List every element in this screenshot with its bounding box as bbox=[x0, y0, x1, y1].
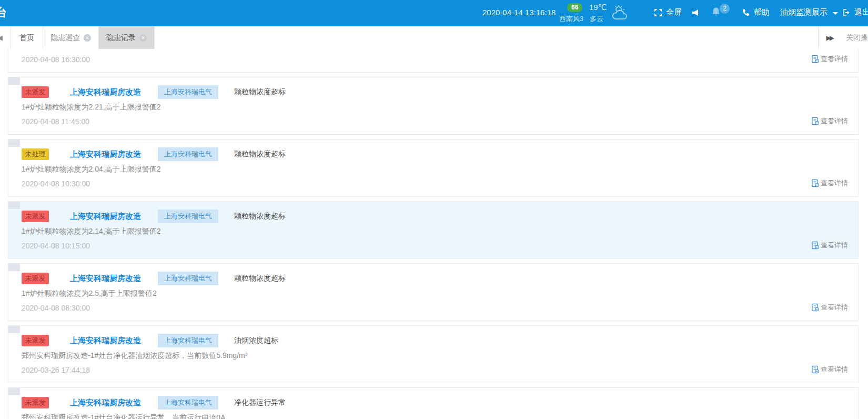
record-timestamp: 2020-04-08 10:30:00 bbox=[22, 179, 90, 188]
view-details-label: 查看详情 bbox=[821, 178, 848, 188]
view-details-label: 查看详情 bbox=[821, 54, 848, 64]
speaker-mute-button[interactable] bbox=[692, 8, 699, 19]
view-details-label: 查看详情 bbox=[821, 365, 848, 374]
alarm-type-label: 油烟浓度超标 bbox=[234, 336, 278, 345]
record-description: 郑州安科瑞厨房改造-1#灶台净化器运行异常，当前运行电流0A bbox=[22, 413, 225, 419]
logout-icon bbox=[842, 8, 851, 17]
view-details-label: 查看详情 bbox=[821, 241, 848, 250]
record-header-row: 未派发 上海安科瑞厨房改造 上海安科瑞电气 颗粒物浓度超标 bbox=[22, 210, 286, 223]
tab-label: 隐患记录 bbox=[106, 33, 136, 43]
record-card: 未派发 上海安科瑞厨房改造 上海安科瑞电气 油烟浓度超标 郑州安科瑞厨房改造-1… bbox=[8, 325, 859, 383]
details-icon bbox=[811, 241, 820, 250]
card-corner-decoration bbox=[8, 264, 20, 271]
card-corner-decoration bbox=[8, 139, 20, 147]
tab-label: 首页 bbox=[19, 33, 34, 43]
record-header-row: 未处理 上海安科瑞厨房改造 上海安科瑞电气 颗粒物浓度超标 bbox=[22, 147, 286, 161]
company-badge: 上海安科瑞电气 bbox=[158, 147, 218, 161]
status-badge: 未派发 bbox=[22, 273, 49, 284]
wind-label: 西南风3 bbox=[559, 14, 583, 24]
site-link[interactable]: 上海安科瑞厨房改造 bbox=[70, 87, 141, 97]
view-details-button[interactable]: 查看详情 bbox=[811, 241, 848, 250]
tab-item-2[interactable]: 隐患记录 ✕ bbox=[99, 26, 155, 49]
card-corner-decoration bbox=[8, 326, 20, 333]
status-badge: 未派发 bbox=[22, 397, 49, 408]
record-description: 1#炉灶颗粒物浓度为2.5,高于上限报警值2 bbox=[22, 289, 157, 298]
view-details-button[interactable]: 查看详情 bbox=[811, 54, 848, 64]
fullscreen-button[interactable]: 全屏 bbox=[654, 7, 682, 17]
card-corner-decoration bbox=[8, 77, 20, 85]
alarm-type-label: 颗粒物浓度超标 bbox=[234, 87, 286, 97]
view-details-button[interactable]: 查看详情 bbox=[811, 178, 848, 188]
details-icon bbox=[811, 365, 820, 374]
app-header: 台 2020-04-14 13:16:18 66 西南风3 19℃ 多云 全屏 … bbox=[0, 0, 868, 26]
company-badge: 上海安科瑞电气 bbox=[158, 210, 218, 223]
company-badge: 上海安科瑞电气 bbox=[158, 85, 218, 99]
close-operations-button[interactable]: 关闭操 bbox=[846, 33, 868, 43]
aqi-badge: 66 bbox=[567, 3, 582, 12]
tab-close-icon[interactable]: ✕ bbox=[84, 34, 91, 42]
details-icon bbox=[811, 117, 820, 125]
record-timestamp: 2020-04-08 10:15:00 bbox=[22, 242, 90, 250]
record-card: 未派发 上海安科瑞厨房改造 上海安科瑞电气 净化器运行异常 郑州安科瑞厨房改造-… bbox=[8, 387, 859, 419]
fullscreen-label: 全屏 bbox=[666, 7, 682, 17]
tab-scroll-left-icon[interactable]: ◀ bbox=[0, 34, 4, 42]
record-description: 1#炉灶颗粒物浓度为2.14,高于上限报警值2 bbox=[22, 227, 161, 236]
notification-count-badge: 2 bbox=[720, 4, 730, 14]
view-details-button[interactable]: 查看详情 bbox=[811, 303, 848, 312]
datetime-display: 2020-04-14 13:16:18 bbox=[482, 8, 556, 17]
record-description: 郑州安科瑞厨房改造-1#灶台净化器油烟浓度超标，当前数值5.9mg/m³ bbox=[22, 351, 247, 361]
hazard-record-list: 2020-04-08 16:30:00 查看详情 未派发 上海安科瑞厨房改造 上… bbox=[0, 49, 868, 419]
site-link[interactable]: 上海安科瑞厨房改造 bbox=[70, 212, 141, 222]
details-icon bbox=[811, 303, 820, 312]
status-badge: 未处理 bbox=[22, 148, 49, 160]
tab-label: 隐患巡查 bbox=[51, 33, 80, 43]
company-badge: 上海安科瑞电气 bbox=[158, 334, 218, 347]
record-timestamp: 2020-03-26 17:44:18 bbox=[22, 366, 90, 374]
record-header-row: 未派发 上海安科瑞厨房改造 上海安科瑞电气 颗粒物浓度超标 bbox=[22, 85, 286, 99]
record-header-row: 未派发 上海安科瑞厨房改造 上海安科瑞电气 净化器运行异常 bbox=[22, 396, 286, 410]
card-corner-decoration bbox=[8, 388, 20, 395]
help-label: 帮助 bbox=[754, 7, 770, 17]
view-details-button[interactable]: 查看详情 bbox=[811, 116, 848, 126]
record-card: 未派发 上海安科瑞厨房改造 上海安科瑞电气 颗粒物浓度超标 1#炉灶颗粒物浓度为… bbox=[8, 201, 859, 259]
site-link[interactable]: 上海安科瑞厨房改造 bbox=[70, 274, 141, 284]
tab-close-icon[interactable]: ✕ bbox=[139, 34, 147, 42]
view-details-label: 查看详情 bbox=[821, 116, 848, 126]
alarm-type-label: 净化器运行异常 bbox=[234, 398, 286, 407]
display-menu-label: 油烟监测展示 bbox=[780, 7, 827, 17]
tab-item-1[interactable]: 隐患巡查 ✕ bbox=[43, 26, 99, 49]
record-description: 1#炉灶颗粒物浓度为2.21,高于上限报警值2 bbox=[22, 103, 161, 112]
help-button[interactable]: 帮助 bbox=[742, 7, 770, 17]
status-badge: 未派发 bbox=[22, 211, 49, 222]
tab-item-0[interactable]: 首页 bbox=[11, 26, 43, 49]
site-link[interactable]: 上海安科瑞厨房改造 bbox=[70, 336, 141, 346]
notifications-button[interactable]: 2 bbox=[711, 6, 721, 19]
weather-condition-label: 多云 bbox=[590, 14, 603, 24]
card-corner-decoration bbox=[8, 202, 20, 209]
site-link[interactable]: 上海安科瑞厨房改造 bbox=[70, 149, 141, 159]
record-card: 2020-04-08 16:30:00 查看详情 bbox=[8, 49, 859, 73]
view-details-button[interactable]: 查看详情 bbox=[811, 365, 848, 374]
tab-scroll-right-icon[interactable]: ▶▶ bbox=[826, 34, 834, 42]
record-timestamp: 2020-04-08 16:30:00 bbox=[22, 55, 90, 64]
weather-icon bbox=[610, 3, 630, 24]
details-icon bbox=[811, 55, 820, 63]
company-badge: 上海安科瑞电气 bbox=[158, 396, 218, 410]
record-timestamp: 2020-04-08 08:30:00 bbox=[22, 304, 90, 312]
alarm-type-label: 颗粒物浓度超标 bbox=[234, 274, 286, 283]
status-badge: 未派发 bbox=[22, 335, 49, 346]
app-title-partial: 台 bbox=[0, 5, 7, 21]
view-details-label: 查看详情 bbox=[821, 303, 848, 312]
record-card: 未派发 上海安科瑞厨房改造 上海安科瑞电气 颗粒物浓度超标 1#炉灶颗粒物浓度为… bbox=[8, 77, 859, 135]
alarm-type-label: 颗粒物浓度超标 bbox=[234, 149, 286, 159]
company-badge: 上海安科瑞电气 bbox=[158, 272, 218, 285]
temperature-label: 19℃ bbox=[589, 3, 607, 12]
tab-bar-spacer bbox=[155, 26, 818, 49]
record-timestamp: 2020-04-08 11:45:00 bbox=[22, 117, 89, 126]
tab-bar: ◀ 首页 隐患巡查 ✕ 隐患记录 ✕ ▶▶ 关闭操 bbox=[0, 26, 868, 49]
fullscreen-icon bbox=[654, 8, 662, 17]
site-link[interactable]: 上海安科瑞厨房改造 bbox=[70, 398, 141, 408]
logout-button[interactable]: 退出 bbox=[842, 7, 868, 17]
display-menu-button[interactable]: 油烟监测展示 bbox=[780, 7, 838, 17]
caret-down-icon bbox=[833, 12, 838, 15]
